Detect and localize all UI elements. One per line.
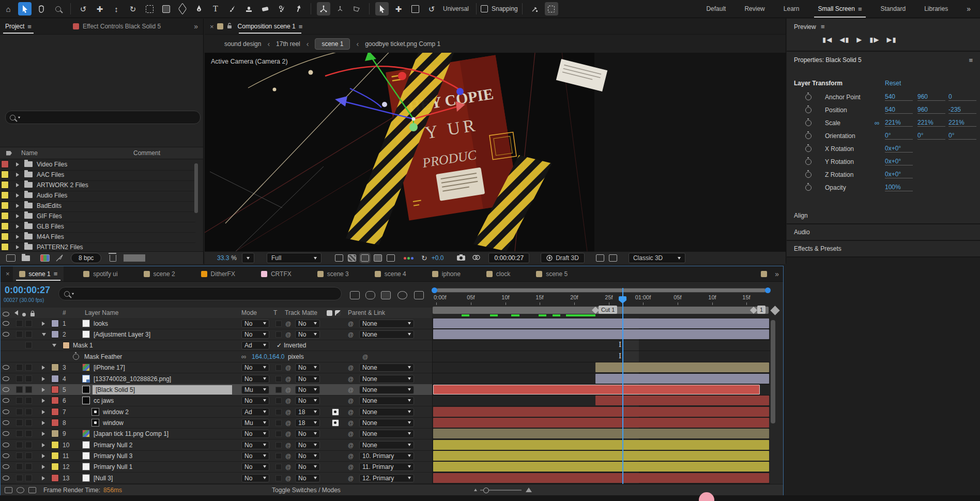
stopwatch-icon[interactable] [805,172,811,178]
property-value[interactable]: 221% [917,119,945,127]
layer-row[interactable]: 9 [Japan tick 11.png Comp 1] No No None [1,428,432,439]
column-parent-link[interactable]: Parent & Link [348,309,385,316]
timeline-search[interactable] [58,287,342,300]
track-matte-dropdown[interactable]: No [295,397,320,405]
orbit-around-cursor-tool-icon[interactable] [317,2,330,16]
shape-3d-tool-icon[interactable] [176,2,189,16]
parent-pickwhip-icon[interactable] [348,398,354,404]
universal-select-tool-icon[interactable] [375,2,389,16]
layer-bar[interactable] [433,407,769,417]
breadcrumb-item-current[interactable]: scene 1 [315,38,350,50]
matte-pickwhip-icon[interactable] [285,442,291,448]
roto-brush-tool-icon[interactable] [275,2,288,16]
layer-color-chip[interactable] [51,320,59,327]
stopwatch-icon[interactable] [805,120,811,126]
column-layer-name[interactable]: Layer Name [85,309,118,316]
property-value[interactable]: 0° [917,132,945,140]
matte-pickwhip-icon[interactable] [285,398,291,404]
workspace-standard[interactable]: Standard [871,0,915,18]
parent-pickwhip-icon[interactable] [348,365,354,371]
audio-panel-header[interactable]: Audio [787,224,980,241]
parent-pickwhip-icon[interactable] [362,354,368,360]
stopwatch-icon[interactable] [805,94,811,100]
mask-row[interactable]: Mask 1 Ad Inverted [1,340,432,351]
property-value[interactable]: 0x+0° [885,145,913,153]
parent-pickwhip-icon[interactable] [348,409,354,415]
layer-name[interactable]: [iPhone 17] [94,364,125,371]
layer-name[interactable]: window [103,419,124,427]
layer-name[interactable]: cc jaws [94,397,114,404]
hand-tool-icon[interactable] [35,2,48,16]
move-3d-icon[interactable]: ✚ [392,2,405,16]
mask-mode-dropdown[interactable]: Ad [241,341,269,350]
matte-pickwhip-icon[interactable] [285,365,291,371]
playhead-line[interactable] [622,288,623,484]
layer-color-chip[interactable] [51,430,59,437]
comp-marker-1[interactable]: 1 [757,306,765,314]
timeline-tab[interactable]: scene 4 [369,266,412,281]
renderer-dropdown[interactable]: Classic 3D [629,253,685,263]
timeline-tab[interactable]: scene 3 [311,266,355,281]
tab-project[interactable]: Project ≡ [0,19,37,34]
layer-row[interactable]: 6 cc jaws No No None [1,395,432,406]
parent-pickwhip-icon[interactable] [348,387,354,393]
parent-pickwhip-icon[interactable] [348,431,354,437]
layer-name[interactable]: window 2 [103,408,129,416]
new-composition-icon[interactable] [40,254,50,262]
layer-row[interactable]: 4 [133740028_10288826.png] No No None [1,373,432,385]
motion-blur-icon[interactable] [397,291,407,299]
parent-pickwhip-icon[interactable] [348,453,354,459]
parent-pickwhip-icon[interactable] [348,331,354,338]
previous-frame-button[interactable]: ◀▮ [839,36,849,43]
zoom-tool-icon[interactable] [51,2,65,16]
snapping-checkbox[interactable] [481,5,488,12]
parent-dropdown[interactable]: None [359,320,414,328]
transparency-grid-icon[interactable] [348,254,356,262]
toggle-switches-button[interactable]: Toggle Switches / Modes [272,487,341,494]
first-frame-button[interactable]: ▮◀ [822,36,832,43]
workspace-small-screen[interactable]: Small Screen ≡ [809,0,871,18]
eye-icon[interactable] [3,332,9,337]
property-value[interactable]: 540 [885,106,913,114]
next-frame-button[interactable]: ▮▶ [869,36,879,43]
stopwatch-icon[interactable] [805,185,811,191]
search-options-chevron-icon[interactable] [18,116,20,118]
stopwatch-icon[interactable] [805,159,811,165]
property-value[interactable]: 0 [948,93,976,101]
camera-tool-icon[interactable] [143,2,156,16]
expand-inout-panes-icon[interactable] [28,487,36,493]
layer-bar[interactable] [433,462,769,472]
breadcrumb-item[interactable]: sound design [224,40,261,48]
expand-chevron-icon[interactable] [42,366,45,370]
collapse-chevron-icon[interactable] [42,333,46,336]
layer-color-chip[interactable] [51,474,59,482]
timeline-tab[interactable]: clock [480,266,516,281]
collapse-chevron-icon[interactable] [52,344,56,347]
parent-dropdown[interactable]: None [359,430,414,438]
track-matte-dropdown[interactable]: No [295,452,320,460]
item-color-chip[interactable] [1,171,9,178]
nav-start-handle[interactable] [432,287,437,293]
expand-chevron-icon[interactable] [42,421,45,425]
layer-bar[interactable] [433,329,769,339]
rotation-tool-icon[interactable]: ↻ [126,2,140,16]
eye-icon[interactable] [3,443,9,447]
timeline-tab[interactable]: scene 2 [137,266,181,281]
property-value[interactable]: 100% [885,184,913,191]
viewer-lock-icon[interactable] [227,23,232,31]
effects-presets-panel-header[interactable]: Effects & Presets [787,241,980,257]
parent-dropdown[interactable]: None [359,375,414,383]
eye-icon[interactable] [3,409,9,414]
parent-dropdown[interactable]: None [359,386,414,394]
snapshot-camera-icon[interactable] [457,254,465,262]
lock-column-icon[interactable] [30,313,35,316]
alpha-matte-icon[interactable] [327,310,332,316]
parent-pickwhip-icon[interactable] [348,420,354,426]
view-layout-icon[interactable] [596,254,604,262]
zoom-level-value[interactable]: 33.3 [217,254,229,262]
layer-row[interactable]: 12 Primary Null 1 No No 11. Primary [1,461,432,473]
stopwatch-icon[interactable] [805,107,811,113]
universal-gizmo-label[interactable]: Universal [440,0,472,18]
keyframe-marker[interactable] [619,341,621,348]
layer-bar[interactable] [595,374,769,384]
